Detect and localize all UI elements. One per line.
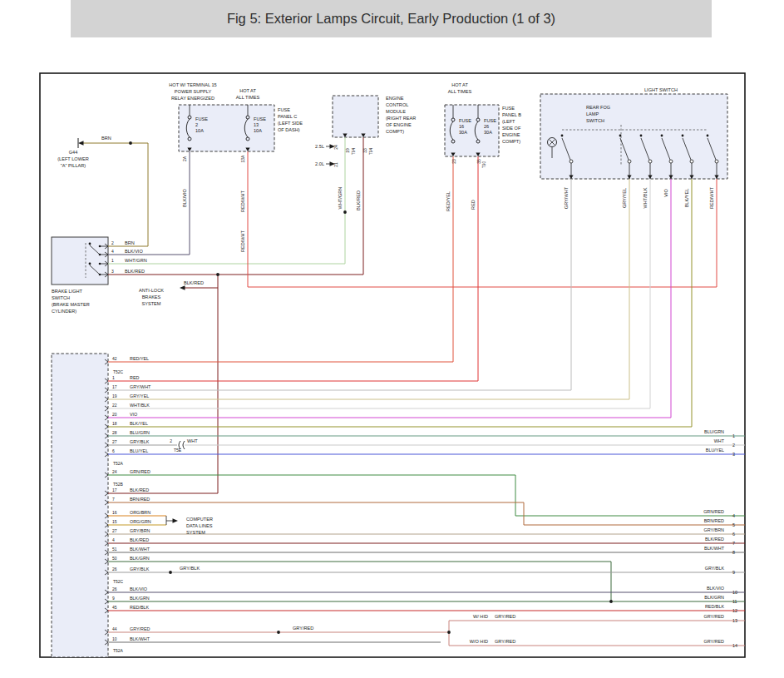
junction-dot (99, 245, 101, 248)
diagram-label: COMPT) (502, 139, 520, 144)
pin-number: 18 (112, 421, 117, 426)
diagram-label: 2.5L (315, 144, 324, 149)
edge-pin-number: 11 (732, 599, 737, 604)
edge-pin-number: 6 (732, 532, 735, 537)
junction-dot (609, 600, 613, 603)
junction-dot (99, 274, 101, 276)
diagram-label: CYLINDER) (52, 309, 76, 314)
wire-color-label: BLK/VIO (707, 586, 724, 591)
diagram-label: 23 (451, 159, 456, 164)
diagram-label: GRY/BLK (180, 566, 200, 571)
junction-dot (682, 135, 684, 137)
pin-arrow-icon (173, 518, 179, 523)
diagram-label: (LEFT (502, 119, 515, 124)
wire-brn (83, 143, 148, 246)
diagram-label: GRY/WHT (564, 186, 569, 209)
connector-id-label: T52B (113, 482, 124, 487)
pin-number: 10 (112, 636, 117, 641)
inline-connector-icon (183, 441, 185, 449)
junction-dot (619, 135, 622, 137)
left-connector-box (52, 354, 108, 657)
wire-color-label: WHT (714, 438, 725, 443)
junction-dot (447, 631, 451, 634)
diagram-label: 13A (240, 155, 245, 163)
wire-gry_yel (108, 179, 629, 399)
diagram-label: (LEFT LOWER (57, 156, 89, 161)
wire-color-label: RED/YEL (130, 356, 149, 361)
diagram-label: BRN (101, 136, 111, 141)
diagram-label: COMPUTER (186, 517, 213, 522)
wire-color-label: BLK/RED (130, 487, 149, 492)
wire-color-label: GRY/BLK (130, 439, 150, 444)
junction-dot (99, 263, 101, 265)
wire-vio (108, 179, 671, 418)
diagram-label: FUSE (502, 106, 515, 111)
junction-dot (343, 210, 347, 214)
edge-pin-number: 4 (732, 513, 735, 518)
wire-blk_yel (108, 179, 692, 427)
diagram-label: DATA LINES (186, 523, 213, 528)
diagram-label: 3 (111, 269, 114, 274)
pin-number: 9 (112, 596, 115, 601)
wire-color-label: GRY/BLK (705, 566, 725, 571)
wire-color-label: BLK/WHT (130, 636, 150, 641)
edge-pin-number: 9 (732, 570, 735, 575)
diagram-label: 30A (484, 130, 492, 135)
diagram-label: SWITCH (52, 295, 70, 300)
diagram-label: "A" PILLAR) (61, 163, 86, 168)
connector-id-label: T52A (113, 648, 124, 653)
diagram-label: RED/WHT (240, 190, 245, 212)
pin-number: 17 (112, 384, 117, 389)
diagram-label: GRY/RED (293, 626, 313, 631)
diagram-label: WHT (187, 438, 198, 443)
edge-pin-number: 2 (732, 443, 735, 448)
diagram-label: W/O HID (470, 639, 488, 644)
pin-number: 16 (112, 510, 117, 515)
switch-contact-circle (570, 160, 573, 163)
diagram-label: COMPT) (386, 129, 404, 134)
diagram-label: WHT/GRN (125, 258, 147, 263)
connector-id-label: T52C (113, 369, 124, 374)
wire-color-label: GRY/BLK (130, 567, 150, 572)
diagram-label: GRY/YEL (622, 188, 627, 208)
connector-id-label: T52A (113, 461, 124, 466)
page: Fig 5: Exterior Lamps Circuit, Early Pro… (0, 0, 784, 678)
wire-color-label: GRY/YEL (130, 393, 149, 398)
pin-number: 45 (112, 605, 117, 610)
pin-number: 7 (112, 497, 115, 502)
switch-contact-circle (669, 160, 673, 163)
junction-dot (216, 273, 219, 276)
diagram-label: FUSE (459, 118, 471, 123)
diagram-label: SYSTEM (141, 301, 160, 306)
diagram-label: FUSE (195, 116, 208, 121)
pin-arrow-icon (180, 285, 185, 290)
wire-color-label: GRY/BRN (130, 528, 150, 533)
diagram-label: T5E (174, 448, 182, 453)
connector-id-label: T52C (113, 579, 124, 584)
diagram-label: RED/WHT (240, 230, 245, 252)
junction-dot (661, 135, 663, 137)
diagram-label: VIO (663, 189, 668, 197)
edge-pin-number: 10 (732, 590, 737, 595)
diagram-label: T94 (352, 148, 356, 155)
wire-color-label: RED/BLK (705, 604, 724, 609)
diagram-label: 2A (182, 156, 187, 161)
wire-blk_red (108, 137, 363, 275)
edge-pin-number: 8 (732, 550, 735, 555)
wire-color-label: RED/BLK (130, 605, 149, 610)
wire-color-label: BLK/YEL (130, 421, 148, 426)
wire-color-label: BLK/GRN (130, 596, 150, 601)
diagram-label: ANTI-LOCK (139, 288, 164, 293)
wire-color-label: BLU/YEL (706, 448, 724, 453)
wiring-diagram: HOT W/ TERMINAL 15POWER SUPPLYRELAY ENER… (0, 0, 784, 678)
diagram-label: GRY/RED (495, 639, 515, 644)
edge-pin-number: 7 (732, 541, 735, 546)
pin-number: 15 (112, 519, 117, 524)
diagram-label: 10A (254, 128, 262, 133)
diagram-label: BRAKES (142, 294, 161, 299)
wire-color-label: GRY/RED (704, 639, 725, 644)
junction-dot (561, 135, 564, 137)
wire-color-label: GRY/BRN (704, 527, 725, 532)
edge-pin-number: 5 (732, 522, 735, 527)
light-switch-box (540, 94, 727, 179)
